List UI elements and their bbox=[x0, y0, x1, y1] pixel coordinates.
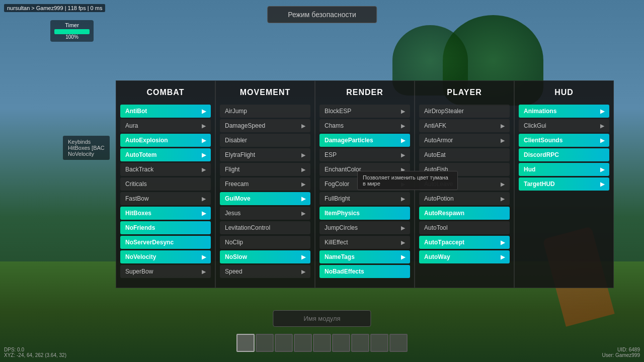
module-noserverdesync[interactable]: NoServerDesync bbox=[120, 236, 211, 249]
module-damagespeed[interactable]: DamageSpeed▶ bbox=[220, 119, 310, 132]
hotbar-slot-6[interactable] bbox=[332, 334, 350, 352]
module-blockesp[interactable]: BlockESP▶ bbox=[319, 105, 410, 118]
module-name-nofriends: NoFriends bbox=[125, 224, 155, 231]
module-flight[interactable]: Flight▶ bbox=[220, 163, 310, 176]
hotbar-slot-8[interactable] bbox=[370, 334, 388, 352]
module-name-jesus: Jesus bbox=[225, 210, 240, 217]
arrow-icon: ▶ bbox=[600, 108, 604, 115]
module-clientsounds[interactable]: ClientSounds▶ bbox=[519, 134, 609, 147]
module-itemphysics[interactable]: ItemPhysics bbox=[319, 207, 410, 220]
bottom-right-stats: UID: 6489 User: Gamez999 bbox=[602, 347, 640, 358]
module-name-damagespeed: DamageSpeed bbox=[225, 122, 265, 129]
module-chams[interactable]: Chams▶ bbox=[319, 119, 410, 132]
module-killeffect[interactable]: KillEffect▶ bbox=[319, 236, 410, 249]
module-autoarmor[interactable]: AutoArmor▶ bbox=[419, 134, 510, 147]
module-fullbright[interactable]: FullBright▶ bbox=[319, 192, 410, 205]
hotbar-slot-4[interactable] bbox=[294, 334, 312, 352]
arrow-icon: ▶ bbox=[401, 123, 405, 129]
module-aura[interactable]: Aura▶ bbox=[120, 119, 211, 132]
module-autotool[interactable]: AutoTool bbox=[419, 221, 510, 234]
arrow-icon: ▶ bbox=[202, 108, 206, 115]
module-airdropstealer[interactable]: AirDropStealer bbox=[419, 105, 510, 118]
hotbar-slot-3[interactable] bbox=[275, 334, 293, 352]
hotbar-slot-7[interactable] bbox=[351, 334, 369, 352]
module-autorespawn[interactable]: AutoRespawn bbox=[419, 207, 510, 220]
module-autotpaccept[interactable]: AutoTpaccept▶ bbox=[419, 236, 510, 249]
module-hitboxes[interactable]: HitBoxes▶ bbox=[120, 207, 211, 220]
module-jesus[interactable]: Jesus▶ bbox=[220, 207, 310, 220]
module-name-bar[interactable]: Имя модуля bbox=[273, 310, 371, 327]
fog-color-tooltip: Позволяет изменить цвет тумана в мире bbox=[357, 171, 458, 190]
module-noclip[interactable]: NoClip bbox=[220, 236, 310, 249]
module-speed[interactable]: Speed▶ bbox=[220, 265, 310, 278]
module-nofriends[interactable]: NoFriends bbox=[120, 221, 211, 234]
arrow-icon: ▶ bbox=[202, 210, 206, 217]
module-backtrack[interactable]: BackTrack▶ bbox=[120, 163, 211, 176]
module-guimove[interactable]: GuiMove▶ bbox=[220, 192, 310, 205]
module-animations[interactable]: Animations▶ bbox=[519, 105, 609, 118]
module-antibot[interactable]: AntiBot▶ bbox=[120, 105, 211, 118]
timer-widget: Timer 100% bbox=[50, 20, 94, 42]
module-name-blockesp: BlockESP bbox=[325, 108, 351, 115]
module-name-itemphysics: ItemPhysics bbox=[325, 210, 360, 217]
arrow-icon: ▶ bbox=[501, 123, 505, 129]
safety-mode-button[interactable]: Режим безопасности bbox=[267, 6, 377, 23]
module-noslow[interactable]: NoSlow▶ bbox=[220, 250, 310, 263]
arrow-icon: ▶ bbox=[501, 254, 505, 260]
module-fastbow[interactable]: FastBow▶ bbox=[120, 192, 211, 205]
module-name-targethud: TargetHUD bbox=[524, 180, 555, 188]
arrow-icon: ▶ bbox=[301, 181, 305, 188]
module-autoexplosion[interactable]: AutoExplosion▶ bbox=[120, 134, 211, 147]
module-jumpcircles[interactable]: JumpCircles▶ bbox=[319, 221, 410, 234]
timer-value: 100% bbox=[54, 34, 90, 40]
module-disabler[interactable]: Disabler bbox=[220, 134, 310, 147]
arrow-icon: ▶ bbox=[501, 239, 505, 246]
module-antiafk[interactable]: AntiAFK▶ bbox=[419, 119, 510, 132]
module-autototem[interactable]: AutoTotem▶ bbox=[120, 148, 211, 161]
category-title-combat: COMBAT bbox=[120, 81, 211, 103]
top-bar: nursultan > Gamez999 | 118 fps | 0 ms bbox=[4, 4, 105, 12]
module-nametags[interactable]: NameTags▶ bbox=[319, 250, 410, 263]
module-name-levitationcontrol: LevitationControl bbox=[225, 224, 270, 231]
module-nobadeffects[interactable]: NoBadEffects bbox=[319, 265, 410, 278]
hotbar-slot-9[interactable] bbox=[389, 334, 408, 352]
module-hud[interactable]: Hud▶ bbox=[519, 163, 609, 176]
module-autopotion[interactable]: AutoPotion▶ bbox=[419, 192, 510, 205]
module-name-fastbow: FastBow bbox=[125, 195, 149, 202]
hotbar-slot-5[interactable] bbox=[313, 334, 331, 352]
module-criticals[interactable]: Criticals bbox=[120, 177, 211, 191]
module-name-aura: Aura bbox=[125, 122, 138, 129]
module-discordrpc[interactable]: DiscordRPC bbox=[519, 148, 609, 161]
arrow-icon: ▶ bbox=[202, 166, 206, 173]
module-name-airjump: AirJump bbox=[225, 108, 247, 115]
arrow-icon: ▶ bbox=[501, 137, 505, 144]
module-clickgui[interactable]: ClickGui▶ bbox=[519, 119, 609, 132]
timer-bar bbox=[54, 29, 90, 34]
module-autoeat[interactable]: AutoEat bbox=[419, 148, 510, 161]
module-name-fogcolor: FogColor bbox=[325, 180, 349, 188]
arrow-icon: ▶ bbox=[202, 254, 206, 260]
module-name-disabler: Disabler bbox=[225, 137, 247, 144]
module-elytraflight[interactable]: ElytraFlight▶ bbox=[220, 148, 310, 161]
module-superbow[interactable]: SuperBow▶ bbox=[120, 265, 211, 278]
module-autoway[interactable]: AutoWay▶ bbox=[419, 250, 510, 263]
module-targethud[interactable]: TargetHUD▶ bbox=[519, 177, 609, 191]
module-levitationcontrol[interactable]: LevitationControl bbox=[220, 221, 310, 234]
hotbar-slot-2[interactable] bbox=[256, 334, 274, 352]
module-name-noclip: NoClip bbox=[225, 239, 243, 246]
module-novelocity[interactable]: NoVelocity▶ bbox=[120, 250, 211, 263]
category-title-player: PLAYER bbox=[419, 81, 510, 103]
hotbar-slot-1[interactable] bbox=[236, 334, 255, 352]
module-name-backtrack: BackTrack bbox=[125, 166, 153, 173]
bottom-left-stats: DPS: 0.0 XYZ: -24, 64, 262 (3.64, 32) bbox=[4, 347, 66, 358]
arrow-icon: ▶ bbox=[401, 254, 405, 260]
module-name-novelocity: NoVelocity bbox=[125, 253, 156, 260]
arrow-icon: ▶ bbox=[202, 196, 206, 202]
module-esp[interactable]: ESP▶ bbox=[319, 148, 410, 161]
arrow-icon: ▶ bbox=[600, 181, 604, 188]
player-info: nursultan > Gamez999 | 118 fps | 0 ms bbox=[4, 4, 105, 12]
keybinds-panel: Keybinds HitBoxes [BAC NoVelocity bbox=[63, 136, 110, 160]
module-damageparticles[interactable]: DamageParticles▶ bbox=[319, 134, 410, 147]
module-airjump[interactable]: AirJump bbox=[220, 105, 310, 118]
module-freecam[interactable]: Freecam▶ bbox=[220, 177, 310, 191]
